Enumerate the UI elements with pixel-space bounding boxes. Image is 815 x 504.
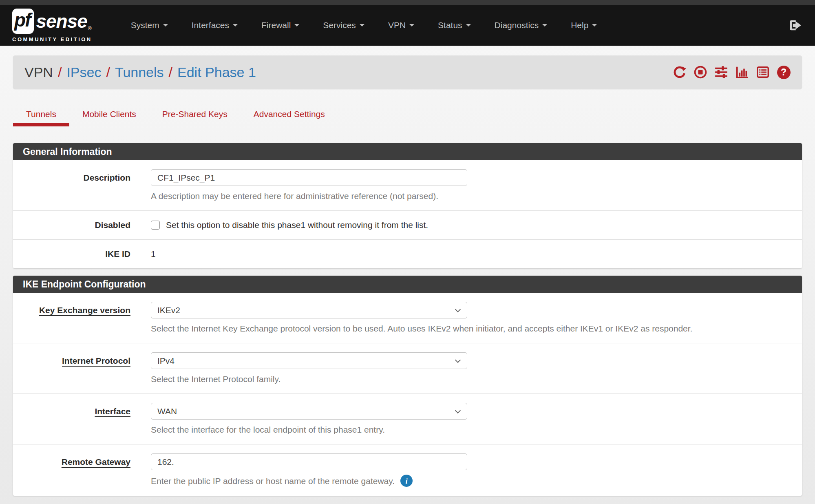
chart-bar-icon[interactable] [735, 65, 749, 79]
key-exchange-label: Key Exchange version [13, 302, 130, 334]
breadcrumb-separator: / [58, 64, 62, 80]
pfsense-logo[interactable]: pf sense ® COMMUNITY EDITION [12, 9, 92, 42]
disabled-label: Disabled [13, 220, 130, 230]
registered-mark: ® [88, 26, 92, 31]
interface-help: Select the interface for the local endpo… [151, 424, 791, 435]
ike-id-row: IKE ID 1 [13, 239, 802, 268]
interface-select[interactable]: WAN [151, 403, 467, 420]
sign-out-icon[interactable] [788, 19, 803, 32]
internet-protocol-label: Internet Protocol [13, 352, 130, 385]
description-row: Description A description may be entered… [13, 160, 802, 210]
main-navbar: pf sense ® COMMUNITY EDITION System Inte… [0, 5, 815, 46]
nav-item-label: Firewall [261, 20, 291, 30]
caret-down-icon [163, 24, 168, 27]
disabled-checkbox[interactable] [151, 221, 160, 230]
key-exchange-help: Select the Internet Key Exchange protoco… [151, 323, 791, 334]
description-label: Description [13, 169, 130, 201]
panel-title: General Information [13, 143, 802, 160]
logo-sense-text: sense [36, 10, 87, 32]
nav-item-interfaces[interactable]: Interfaces [192, 20, 238, 30]
breadcrumb-link-ipsec[interactable]: IPsec [66, 64, 101, 80]
nav-item-diagnostics[interactable]: Diagnostics [495, 20, 548, 30]
tab-pre-shared-keys[interactable]: Pre-Shared Keys [149, 104, 241, 126]
caret-down-icon [542, 24, 547, 27]
panel-title: IKE Endpoint Configuration [13, 276, 802, 293]
breadcrumb: VPN / IPsec / Tunnels / Edit Phase 1 [24, 64, 256, 80]
disabled-checkbox-label: Set this option to disable this phase1 w… [166, 220, 428, 230]
tab-tunnels[interactable]: Tunnels [13, 104, 69, 126]
caret-down-icon [592, 24, 597, 27]
list-log-icon[interactable] [756, 65, 770, 79]
sliders-icon[interactable] [714, 65, 728, 79]
internet-protocol-row: Internet Protocol IPv4 Select the Intern… [13, 343, 802, 393]
caret-down-icon [409, 24, 414, 27]
nav-item-label: System [131, 20, 159, 30]
logo-pf-mark: pf [12, 9, 34, 34]
info-icon[interactable]: i [400, 475, 413, 487]
breadcrumb-separator: / [106, 64, 110, 80]
subnav-tabs: Tunnels Mobile Clients Pre-Shared Keys A… [13, 104, 802, 126]
description-help: A description may be entered here for ad… [151, 190, 791, 201]
internet-protocol-select[interactable]: IPv4 [151, 352, 467, 369]
breadcrumb-separator: / [169, 64, 172, 80]
breadcrumb-bar: VPN / IPsec / Tunnels / Edit Phase 1 [13, 55, 802, 89]
nav-item-label: Services [323, 20, 356, 30]
refresh-icon[interactable] [673, 65, 687, 79]
caret-down-icon [233, 24, 238, 27]
stop-icon[interactable] [694, 65, 707, 79]
remote-gateway-row: Remote Gateway Enter the public IP addre… [13, 444, 802, 496]
ike-id-value: 1 [151, 249, 791, 259]
remote-gateway-input[interactable] [151, 453, 467, 470]
remote-gateway-help: Enter the public IP address or host name… [151, 475, 395, 486]
nav-menu: System Interfaces Firewall Services VPN … [131, 20, 597, 30]
nav-item-services[interactable]: Services [323, 20, 364, 30]
logo-edition-text: COMMUNITY EDITION [12, 36, 92, 42]
nav-item-status[interactable]: Status [438, 20, 471, 30]
key-exchange-select[interactable]: IKEv2 [151, 302, 467, 318]
window-top-strip [0, 0, 815, 5]
remote-gateway-label: Remote Gateway [13, 453, 130, 487]
interface-label: Interface [13, 403, 130, 435]
caret-down-icon [466, 24, 471, 27]
help-icon-glyph: ? [777, 66, 791, 79]
nav-item-label: Interfaces [192, 20, 229, 30]
key-exchange-row: Key Exchange version IKEv2 Select the In… [13, 293, 802, 343]
general-information-panel: General Information Description A descri… [13, 143, 802, 268]
nav-item-label: Help [571, 20, 588, 30]
nav-item-label: Diagnostics [495, 20, 539, 30]
nav-item-label: Status [438, 20, 462, 30]
breadcrumb-link-edit-phase1[interactable]: Edit Phase 1 [177, 64, 256, 80]
help-icon[interactable]: ? [777, 65, 791, 79]
caret-down-icon [294, 24, 299, 27]
breadcrumb-link-tunnels[interactable]: Tunnels [115, 64, 164, 80]
tab-advanced-settings[interactable]: Advanced Settings [241, 104, 338, 126]
internet-protocol-help: Select the Internet Protocol family. [151, 374, 791, 385]
page-action-icons: ? [673, 65, 791, 79]
ike-endpoint-panel: IKE Endpoint Configuration Key Exchange … [13, 276, 802, 496]
nav-item-system[interactable]: System [131, 20, 168, 30]
nav-item-help[interactable]: Help [571, 20, 597, 30]
interface-row: Interface WAN Select the interface for t… [13, 393, 802, 444]
nav-item-firewall[interactable]: Firewall [261, 20, 299, 30]
nav-item-label: VPN [388, 20, 406, 30]
description-input[interactable] [151, 169, 467, 186]
tab-mobile-clients[interactable]: Mobile Clients [69, 104, 149, 126]
caret-down-icon [360, 24, 364, 27]
nav-item-vpn[interactable]: VPN [388, 20, 414, 30]
ike-id-label: IKE ID [13, 249, 130, 259]
disabled-row: Disabled Set this option to disable this… [13, 210, 802, 239]
breadcrumb-root: VPN [24, 64, 53, 80]
